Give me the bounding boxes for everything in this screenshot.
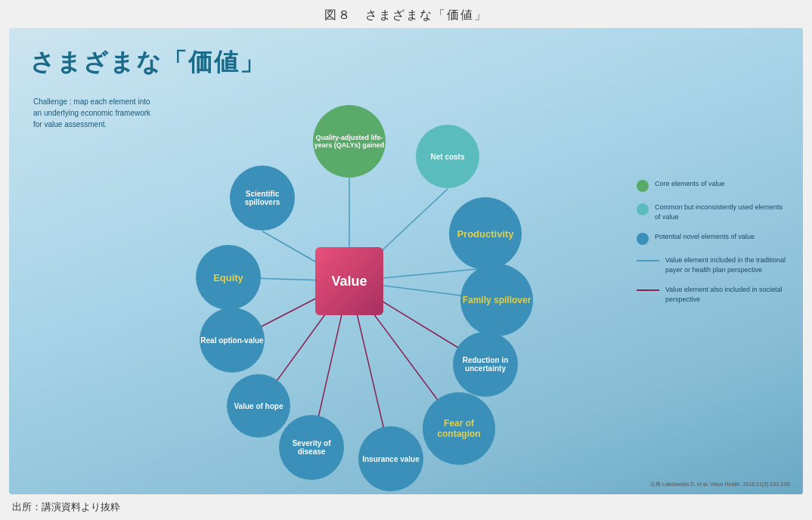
legend-item-line-maroon: Value element also included in societal …: [637, 285, 788, 304]
diagram-area: Value Quality-adjusted life-years (QALYs…: [130, 66, 569, 474]
node-reduction: Reduction in uncertainty: [453, 332, 518, 397]
legend-label-blue: Potential novel elements of value: [655, 232, 755, 242]
legend-item-green: Core elements of value: [637, 179, 788, 192]
legend-line-maroon: [637, 289, 659, 291]
legend-item-blue: Potential novel elements of value: [637, 232, 788, 245]
main-container: さまざまな「価値」 Challenge : map each element i…: [9, 28, 803, 494]
legend-circle-blue: [637, 233, 649, 245]
node-real-option: Real option-value: [200, 308, 265, 373]
legend-item-teal: Common but inconsistently used elements …: [637, 203, 788, 221]
legend: Core elements of value Common but incons…: [637, 179, 788, 315]
node-family-spillover: Family spillover: [460, 264, 533, 336]
legend-item-line-blue: Value element included in the traditiona…: [637, 255, 788, 274]
legend-circle-green: [637, 180, 649, 192]
node-equity: Equity: [196, 245, 261, 310]
legend-label-line-maroon: Value element also included in societal …: [665, 285, 788, 304]
legend-label-teal: Common but inconsistently used elements …: [655, 203, 788, 221]
legend-line-maroon-container: [637, 289, 659, 291]
node-value-hope: Value of hope: [227, 374, 290, 438]
node-productivity: Productivity: [449, 197, 522, 270]
legend-line-blue-container: [637, 260, 659, 262]
node-insurance: Insurance value: [358, 426, 423, 491]
legend-label-line-blue: Value element included in the traditiona…: [665, 255, 788, 274]
node-net-costs: Net costs: [416, 125, 479, 188]
citation: 出典:Lakdawalla D, et al. Value Health. 20…: [650, 481, 791, 488]
legend-label-green: Core elements of value: [655, 179, 725, 189]
node-scientific: Scientific spillovers: [230, 166, 295, 231]
legend-line-blue: [637, 260, 659, 262]
footer-text: 出所：講演資料より抜粋: [9, 494, 803, 520]
legend-circle-teal: [637, 203, 649, 215]
node-severity: Severity of disease: [279, 415, 344, 480]
page-title: 図８ さまざまな「価値」: [324, 0, 488, 28]
center-value-box: Value: [315, 247, 383, 315]
node-fear-contagion: Fear of contagion: [423, 392, 495, 465]
node-qalys: Quality-adjusted life-years (QALYs) gain…: [313, 105, 386, 178]
